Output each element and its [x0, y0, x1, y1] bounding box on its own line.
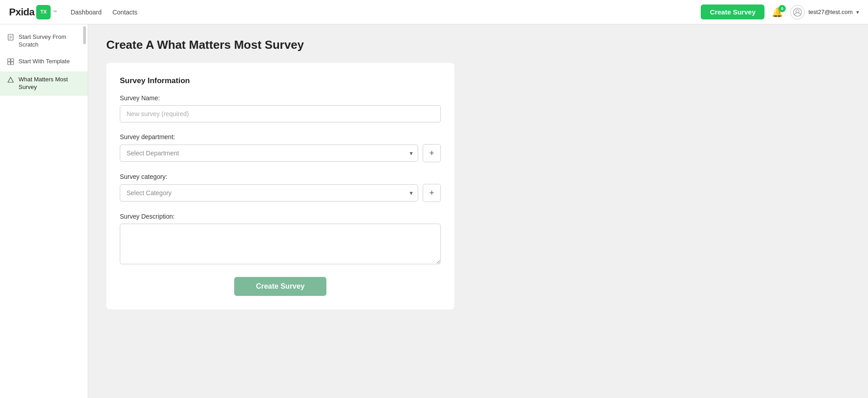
survey-department-group: Survey department: Select Department ▾ +	[120, 133, 441, 162]
app-layout: Start Survey From Scratch Start With Tem…	[0, 24, 868, 398]
user-chevron-icon: ▾	[856, 9, 859, 15]
logo-text: Pxida	[9, 6, 34, 18]
sidebar-item-what-matters-most[interactable]: What Matters Most Survey	[0, 71, 88, 96]
form-section-title: Survey Information	[120, 76, 441, 85]
survey-department-label: Survey department:	[120, 133, 441, 140]
survey-category-group: Survey category: Select Category ▾ +	[120, 173, 441, 202]
survey-category-select[interactable]: Select Category	[120, 184, 418, 201]
template-icon	[7, 58, 14, 67]
logo-area: Pxida TX ™	[9, 5, 57, 19]
svg-rect-9	[11, 62, 14, 65]
survey-department-select-wrapper: Select Department ▾	[120, 145, 418, 162]
notification-badge: 0	[778, 5, 786, 12]
survey-category-select-wrapper: Select Category ▾	[120, 184, 418, 201]
survey-category-row: Select Category ▾ +	[120, 184, 441, 202]
user-area[interactable]: test27@test.com ▾	[790, 5, 859, 19]
svg-rect-8	[8, 62, 10, 65]
svg-rect-7	[11, 59, 14, 61]
triangle-icon	[7, 76, 14, 85]
sidebar: Start Survey From Scratch Start With Tem…	[0, 24, 88, 398]
plus-icon: +	[429, 188, 434, 198]
submit-survey-button[interactable]: Create Survey	[234, 277, 326, 296]
user-email: test27@test.com	[808, 9, 853, 15]
app-header: Pxida TX ™ Dashboard Contacts Create Sur…	[0, 0, 868, 24]
survey-description-textarea[interactable]	[120, 224, 441, 264]
main-content: Create A What Matters Most Survey Survey…	[88, 24, 868, 398]
sidebar-item-start-from-scratch-label: Start Survey From Scratch	[19, 33, 80, 49]
survey-name-group: Survey Name:	[120, 94, 441, 122]
survey-name-label: Survey Name:	[120, 94, 441, 102]
survey-department-row: Select Department ▾ +	[120, 144, 441, 162]
sidebar-item-start-with-template[interactable]: Start With Template	[0, 53, 88, 72]
add-category-button[interactable]: +	[423, 184, 441, 202]
create-survey-button[interactable]: Create Survey	[701, 5, 764, 19]
document-icon	[7, 34, 14, 43]
nav-contacts[interactable]: Contacts	[113, 9, 137, 16]
survey-category-label: Survey category:	[120, 173, 441, 180]
sidebar-item-start-with-template-label: Start With Template	[19, 58, 80, 66]
header-left: Pxida TX ™ Dashboard Contacts	[9, 5, 137, 19]
plus-icon: +	[429, 149, 434, 158]
add-department-button[interactable]: +	[423, 144, 441, 162]
survey-department-select[interactable]: Select Department	[120, 145, 418, 162]
notification-bell[interactable]: 🔔 0	[772, 7, 783, 18]
sidebar-item-start-from-scratch[interactable]: Start Survey From Scratch	[0, 29, 88, 53]
user-avatar	[790, 5, 805, 19]
main-nav: Dashboard Contacts	[71, 9, 137, 16]
svg-rect-6	[8, 59, 10, 61]
logo-icon: TX	[36, 5, 51, 19]
nav-dashboard[interactable]: Dashboard	[71, 9, 102, 16]
page-title: Create A What Matters Most Survey	[106, 38, 850, 52]
survey-description-group: Survey Description:	[120, 213, 441, 266]
trademark: ™	[52, 9, 57, 14]
scroll-indicator	[83, 26, 86, 44]
form-card: Survey Information Survey Name: Survey d…	[106, 63, 454, 309]
survey-name-input[interactable]	[120, 105, 441, 122]
header-right: Create Survey 🔔 0 test27@test.com ▾	[701, 5, 859, 19]
sidebar-item-what-matters-most-label: What Matters Most Survey	[19, 76, 80, 91]
form-footer: Create Survey	[120, 277, 441, 296]
survey-description-label: Survey Description:	[120, 213, 441, 220]
